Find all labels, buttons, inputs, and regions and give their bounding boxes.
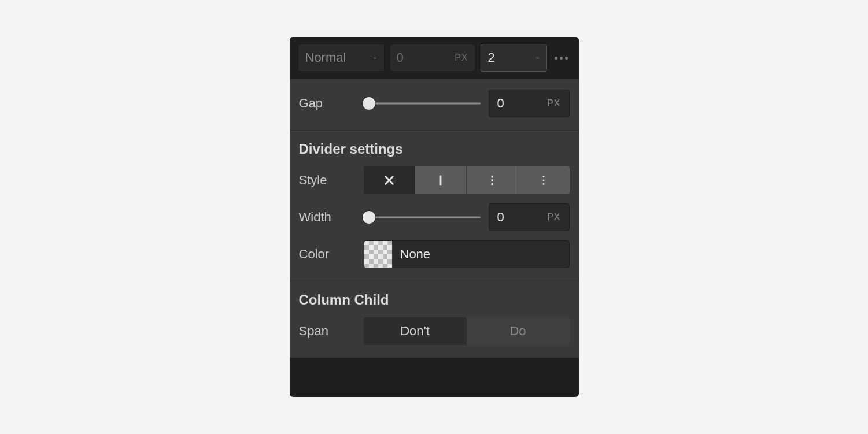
- panel-body: Gap 0 PX Divider settings Style: [290, 79, 579, 358]
- gap-section: Gap 0 PX: [290, 79, 579, 130]
- mode-select-unit: -: [374, 52, 377, 64]
- color-value-text: None: [392, 247, 431, 262]
- style-option-dotted[interactable]: [518, 166, 570, 194]
- span-option-do-label: Do: [509, 324, 526, 339]
- style-option-dashed[interactable]: [467, 166, 518, 194]
- divider-settings-heading: Divider settings: [299, 141, 570, 157]
- slider-thumb[interactable]: [363, 211, 375, 224]
- gap-label: Gap: [299, 96, 356, 111]
- line-solid-icon: [434, 174, 447, 187]
- columns-value: 2: [488, 50, 495, 65]
- transparent-swatch-icon: [364, 240, 392, 268]
- color-input[interactable]: None: [364, 240, 570, 268]
- svg-point-6: [543, 183, 545, 185]
- svg-point-4: [543, 176, 545, 177]
- mode-select-label: Normal: [305, 50, 346, 65]
- style-option-solid[interactable]: [415, 166, 467, 194]
- letter-spacing-value: 0: [397, 50, 404, 65]
- width-label: Width: [299, 210, 356, 225]
- span-option-do[interactable]: Do: [467, 317, 570, 345]
- letter-spacing-unit: PX: [455, 53, 468, 63]
- svg-point-5: [543, 180, 545, 181]
- slider-track: [364, 217, 481, 218]
- settings-panel: Normal - 0 PX 2 - Gap 0 PX: [290, 37, 579, 397]
- slider-track: [364, 103, 481, 105]
- style-label: Style: [299, 173, 356, 188]
- column-child-section: Column Child Span Don't Do: [290, 281, 579, 358]
- more-options-button[interactable]: [552, 57, 571, 60]
- style-segmented: [364, 166, 570, 194]
- line-dashed-icon: [486, 174, 498, 187]
- divider-settings-section: Divider settings Style: [290, 130, 579, 281]
- gap-slider[interactable]: [364, 97, 481, 110]
- gap-unit: PX: [547, 98, 560, 109]
- width-slider[interactable]: [364, 210, 481, 224]
- span-label: Span: [299, 324, 356, 339]
- gap-value-text: 0: [497, 96, 504, 111]
- span-option-dont[interactable]: Don't: [364, 317, 467, 345]
- width-unit: PX: [547, 212, 560, 222]
- panel-bottom-strip: [290, 358, 579, 384]
- span-option-dont-label: Don't: [400, 324, 430, 339]
- column-child-heading: Column Child: [299, 292, 570, 308]
- letter-spacing-input[interactable]: 0 PX: [389, 44, 476, 72]
- columns-input[interactable]: 2 -: [481, 44, 547, 72]
- gap-value-input[interactable]: 0 PX: [489, 90, 570, 117]
- color-label: Color: [299, 247, 356, 262]
- more-horizontal-icon: [555, 57, 568, 60]
- span-segmented: Don't Do: [364, 317, 570, 345]
- x-icon: [383, 174, 396, 187]
- width-value-text: 0: [497, 210, 504, 225]
- columns-unit: -: [536, 52, 540, 64]
- style-option-none[interactable]: [364, 166, 415, 194]
- panel-topbar: Normal - 0 PX 2 -: [290, 37, 579, 79]
- width-value-input[interactable]: 0 PX: [489, 203, 570, 231]
- line-dotted-icon: [537, 174, 550, 187]
- slider-thumb[interactable]: [363, 97, 375, 110]
- mode-select[interactable]: Normal -: [298, 44, 385, 72]
